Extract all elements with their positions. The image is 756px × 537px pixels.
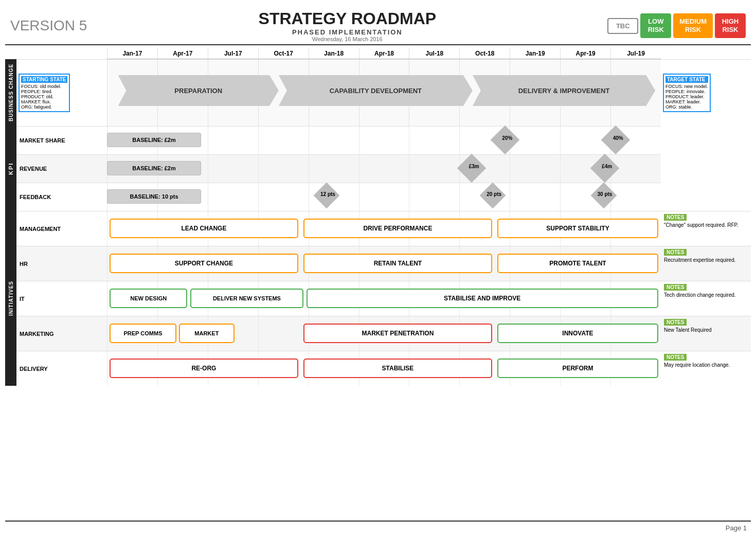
mgmt-drive-perf: DRIVE PERFORMANCE	[303, 219, 492, 238]
hr-promote-talent: PROMOTE TALENT	[497, 254, 658, 273]
col-jul17: Jul-17	[208, 48, 258, 59]
notes-delivery-label: NOTES	[664, 354, 687, 361]
version-label: VERSION 5	[10, 17, 87, 34]
page-number: Page 1	[726, 524, 747, 532]
target-state-line4: MARKET: leader.	[665, 99, 708, 104]
market-share-label-20: 20%	[497, 135, 517, 141]
notes-delivery-text: May require location change.	[664, 362, 748, 368]
col-apr19: Apr-19	[560, 48, 610, 59]
del-stabilise: STABILISE	[303, 359, 492, 378]
kpi-section: KPI MARKET SHARE REVENUE FEEDBACK BASELI…	[5, 126, 751, 211]
management-row: LEAD CHANGE DRIVE PERFORMANCE SUPPORT ST…	[107, 211, 661, 246]
market-share-baseline: BASELINE: £2m	[107, 133, 201, 147]
init-label-hr: HR	[16, 246, 107, 281]
starting-state-box: STARTING STATE FOCUS: old model. PEOPLE:…	[19, 74, 70, 112]
feedback-label-30: 30 pts	[596, 191, 614, 197]
notes-marketing: NOTES New Talent Required	[661, 316, 751, 351]
mkt-penetration: MARKET PENETRATION	[303, 324, 492, 343]
revenue-baseline: BASELINE: £2m	[107, 161, 201, 175]
target-state-container: TARGET STATE FOCUS: new model. PEOPLE: i…	[661, 59, 751, 126]
col-oct18: Oct-18	[459, 48, 510, 59]
notes-marketing-label: NOTES	[664, 319, 687, 326]
init-label-management: MANAGEMENT	[16, 211, 107, 246]
col-oct17: Oct-17	[258, 48, 309, 59]
notes-hr-text: Recruitment expertise required.	[664, 257, 748, 263]
mgmt-lead-change: LEAD CHANGE	[110, 219, 298, 238]
risk-medium-badge: MEDIUMRISK	[673, 13, 713, 38]
kpi-revenue-row: BASELINE: £2m £3m £4m	[107, 154, 661, 183]
notes-it: NOTES Tech direction change required.	[661, 281, 751, 316]
notes-it-label: NOTES	[664, 284, 687, 291]
capability-arrow: CAPABILITY DEVELOPMENT	[279, 75, 473, 106]
starting-state-line1: FOCUS: old model.	[21, 84, 67, 89]
notes-hr: NOTES Recruitment expertise required.	[661, 246, 751, 281]
del-perform: PERFORM	[497, 359, 658, 378]
delivery-row: RE-ORG STABILISE PERFORM	[107, 351, 661, 386]
kpi-market-share-row: BASELINE: £2m 20% 40%	[107, 126, 661, 154]
risk-low-badge: LOWRISK	[640, 13, 671, 38]
mkt-market: MARKET	[179, 324, 235, 343]
initiatives-tab: INITIATIVES	[5, 211, 16, 386]
hr-retain-talent: RETAIN TALENT	[303, 254, 492, 273]
kpi-tab: KPI	[5, 126, 16, 211]
business-change-tab: BUSINESS CHANGE	[5, 59, 16, 126]
delivery-arrow: DELIVERY & IMPROVEMENT	[473, 75, 655, 106]
target-state-line2: PEOPLE: innovate.	[665, 89, 708, 94]
notes-management-text: "Change" support required. RFP.	[664, 222, 748, 228]
main-title: STRATEGY ROADMAP	[259, 9, 437, 28]
revenue-label-3m: £3m	[464, 164, 484, 169]
col-jul19: Jul-19	[610, 48, 661, 59]
market-share-label-40: 40%	[608, 135, 628, 141]
hr-support-change: SUPPORT CHANGE	[110, 254, 298, 273]
init-label-it: IT	[16, 281, 107, 316]
target-state-line5: ORG: stable.	[665, 104, 708, 110]
it-stabilise-improve: STABILISE AND IMPROVE	[307, 289, 658, 308]
it-row: NEW DESIGN DELIVER NEW SYSTEMS STABILISE…	[107, 281, 661, 316]
it-new-design: NEW DESIGN	[110, 289, 187, 308]
init-label-delivery: DELIVERY	[16, 351, 107, 386]
date-text: Wednesday, 16 March 2016	[259, 36, 437, 42]
bottom-border	[5, 521, 751, 522]
col-apr18: Apr-18	[359, 48, 409, 59]
revenue-label-4m: £4m	[597, 164, 617, 169]
notes-hr-label: NOTES	[664, 249, 687, 256]
notes-column: NOTES "Change" support required. RFP. NO…	[661, 211, 751, 386]
col-jan17: Jan-17	[107, 48, 157, 59]
notes-marketing-text: New Talent Required	[664, 327, 748, 333]
notes-delivery: NOTES May require location change.	[661, 351, 751, 386]
kpi-label-feedback: FEEDBACK	[16, 183, 107, 211]
it-deliver-new-systems: DELIVER NEW SYSTEMS	[190, 289, 304, 308]
target-state-title: TARGET STATE	[665, 76, 708, 83]
starting-state-line5: ORG: fatigued.	[21, 104, 67, 110]
business-change-content: PREPARATION CAPABILITY DEVELOPMENT DELIV…	[107, 59, 661, 126]
mkt-innovate: INNOVATE	[497, 324, 658, 343]
mkt-prep-comms: PREP COMMS	[110, 324, 176, 343]
notes-management: NOTES "Change" support required. RFP.	[661, 211, 751, 246]
risk-high-badge: HIGHRISK	[715, 13, 746, 38]
kpi-label-market-share: MARKET SHARE	[16, 126, 107, 154]
initiatives-section: INITIATIVES MANAGEMENT HR IT MARKETING D…	[5, 211, 751, 386]
target-state-line1: FOCUS: new model.	[665, 84, 708, 89]
kpi-notes-empty	[661, 126, 751, 211]
preparation-arrow: PREPARATION	[118, 75, 279, 106]
hr-row: SUPPORT CHANGE RETAIN TALENT PROMOTE TAL…	[107, 246, 661, 281]
del-re-org: RE-ORG	[110, 359, 298, 378]
subtitle: PHASED IMPLEMENTATION	[259, 28, 437, 36]
initiatives-content: LEAD CHANGE DRIVE PERFORMANCE SUPPORT ST…	[107, 211, 661, 386]
starting-state-line2: PEOPLE: tired.	[21, 89, 67, 94]
kpi-label-revenue: REVENUE	[16, 154, 107, 183]
starting-state-line4: MARKET: flux.	[21, 99, 67, 104]
col-jul18: Jul-18	[409, 48, 459, 59]
risk-legend: TBC LOWRISK MEDIUMRISK HIGHRISK	[607, 13, 746, 38]
kpi-feedback-row: BASELINE: 10 pts 12 pts 20 pts 30 pts	[107, 183, 661, 211]
kpi-content: BASELINE: £2m 20% 40% BASELINE: £2m	[107, 126, 661, 211]
business-change-section: BUSINESS CHANGE STARTING STATE FOCUS: ol…	[5, 59, 751, 126]
header: VERSION 5 STRATEGY ROADMAP PHASED IMPLEM…	[5, 5, 751, 45]
feedback-label-20: 20 pts	[485, 191, 503, 197]
timeline-header: Jan-17 Apr-17 Jul-17 Oct-17 Jan-18 Apr-1…	[5, 48, 751, 59]
notes-it-text: Tech direction change required.	[664, 292, 748, 298]
notes-management-label: NOTES	[664, 214, 687, 221]
page: VERSION 5 STRATEGY ROADMAP PHASED IMPLEM…	[0, 0, 756, 537]
starting-state-title: STARTING STATE	[21, 76, 67, 83]
feedback-baseline: BASELINE: 10 pts	[107, 189, 201, 204]
